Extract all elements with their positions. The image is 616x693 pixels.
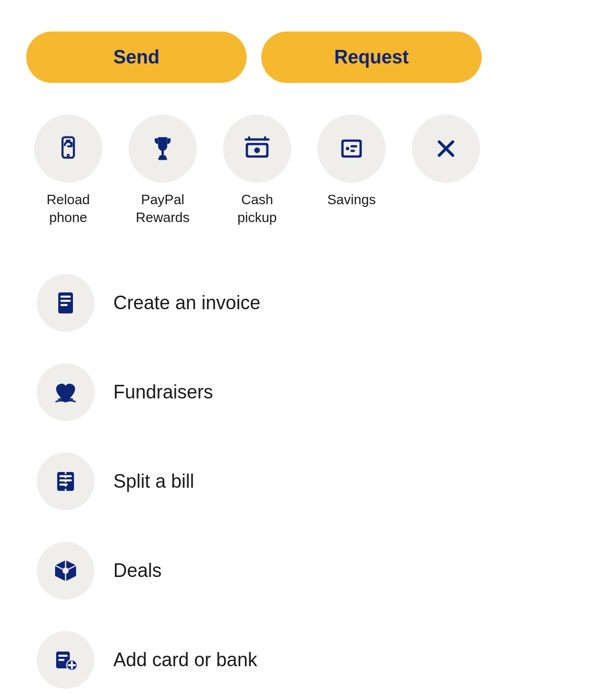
deals-icon-circle — [37, 542, 94, 600]
list-item-create-invoice[interactable]: Create an invoice — [26, 258, 590, 348]
svg-rect-19 — [59, 484, 68, 486]
quick-action-savings[interactable]: Savings — [310, 114, 394, 209]
cash-pickup-icon — [243, 135, 271, 162]
reload-phone-label: Reloadphone — [47, 191, 90, 227]
svg-rect-14 — [60, 300, 71, 302]
trophy-icon — [149, 135, 176, 162]
list-item-split-bill[interactable]: Split a bill — [26, 437, 590, 526]
add-card-icon-circle — [37, 631, 94, 689]
savings-icon — [338, 135, 365, 162]
fundraisers-icon-circle — [37, 363, 94, 421]
send-button[interactable]: Send — [26, 32, 247, 83]
create-invoice-label: Create an invoice — [113, 292, 260, 314]
svg-rect-9 — [351, 150, 355, 152]
list-item-fundraisers[interactable]: Fundraisers — [26, 348, 590, 437]
quick-action-paypal-rewards[interactable]: PayPalRewards — [121, 114, 205, 227]
svg-point-21 — [62, 568, 69, 574]
quick-action-close[interactable] — [404, 114, 488, 183]
request-button[interactable]: Request — [261, 32, 482, 83]
cash-pickup-circle — [223, 114, 291, 183]
deals-label: Deals — [113, 560, 162, 582]
list-item-add-card-bank[interactable]: Add card or bank — [26, 615, 590, 693]
svg-rect-15 — [60, 304, 68, 306]
quick-actions-row: Reloadphone PayPalRewards Cashpick — [26, 114, 590, 227]
cash-pickup-label: Cashpickup — [237, 191, 277, 227]
close-circle — [412, 114, 480, 183]
fundraisers-label: Fundraisers — [113, 381, 213, 403]
list-item-deals[interactable]: Deals — [26, 526, 590, 615]
svg-rect-24 — [58, 659, 65, 661]
split-bill-icon-circle — [37, 453, 94, 510]
reload-phone-circle — [34, 114, 102, 183]
svg-rect-8 — [351, 145, 357, 148]
add-card-icon — [53, 647, 78, 673]
split-bill-icon — [53, 469, 78, 494]
invoice-icon — [53, 290, 78, 316]
svg-rect-13 — [60, 296, 71, 298]
savings-label: Savings — [327, 191, 376, 209]
quick-action-cash-pickup[interactable]: Cashpickup — [215, 114, 299, 227]
svg-point-4 — [254, 148, 260, 153]
reload-phone-icon — [55, 135, 82, 162]
split-bill-label: Split a bill — [113, 470, 194, 492]
svg-rect-23 — [58, 655, 68, 657]
paypal-rewards-circle — [129, 114, 197, 183]
top-buttons-container: Send Request — [26, 32, 590, 83]
svg-rect-1 — [160, 155, 166, 159]
close-icon — [432, 135, 460, 162]
svg-point-7 — [346, 147, 349, 151]
savings-circle — [317, 114, 386, 183]
paypal-rewards-label: PayPalRewards — [136, 191, 190, 227]
fundraisers-icon — [53, 380, 78, 405]
invoice-icon-circle — [37, 274, 94, 332]
quick-action-reload-phone[interactable]: Reloadphone — [26, 114, 110, 227]
add-card-bank-label: Add card or bank — [113, 649, 257, 671]
deals-icon — [53, 558, 78, 583]
list-items-container: Create an invoice Fundraisers Split a bi… — [26, 258, 590, 693]
